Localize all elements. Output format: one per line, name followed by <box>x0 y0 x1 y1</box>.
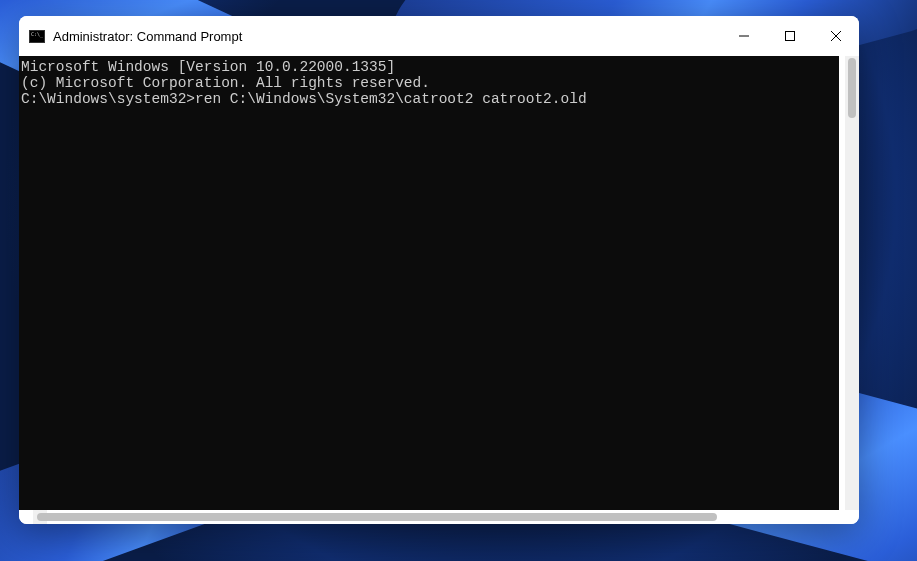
svg-rect-1 <box>786 32 795 41</box>
titlebar[interactable]: Administrator: Command Prompt <box>19 16 859 56</box>
window-controls <box>721 16 859 56</box>
bottom-scroll-area <box>19 510 859 524</box>
maximize-button[interactable] <box>767 16 813 56</box>
vertical-scrollbar[interactable] <box>845 56 859 510</box>
window-title: Administrator: Command Prompt <box>53 29 721 44</box>
command-prompt-window: Administrator: Command Prompt Microso <box>19 16 859 524</box>
terminal-prompt-line: C:\Windows\system32>ren C:\Windows\Syste… <box>21 92 839 108</box>
close-icon <box>831 31 841 41</box>
minimize-button[interactable] <box>721 16 767 56</box>
close-button[interactable] <box>813 16 859 56</box>
vertical-scrollbar-thumb[interactable] <box>848 58 856 118</box>
terminal-output[interactable]: Microsoft Windows [Version 10.0.22000.13… <box>19 56 839 510</box>
minimize-icon <box>739 31 749 41</box>
terminal-prompt: C:\Windows\system32> <box>21 92 195 108</box>
terminal-command: ren C:\Windows\System32\catroot2 catroot… <box>195 92 587 108</box>
terminal-container: Microsoft Windows [Version 10.0.22000.13… <box>19 56 859 510</box>
maximize-icon <box>785 31 795 41</box>
cmd-icon <box>29 30 45 43</box>
terminal-line: Microsoft Windows [Version 10.0.22000.13… <box>21 60 839 76</box>
terminal-line: (c) Microsoft Corporation. All rights re… <box>21 76 839 92</box>
horizontal-scrollbar-thumb[interactable] <box>37 513 717 521</box>
